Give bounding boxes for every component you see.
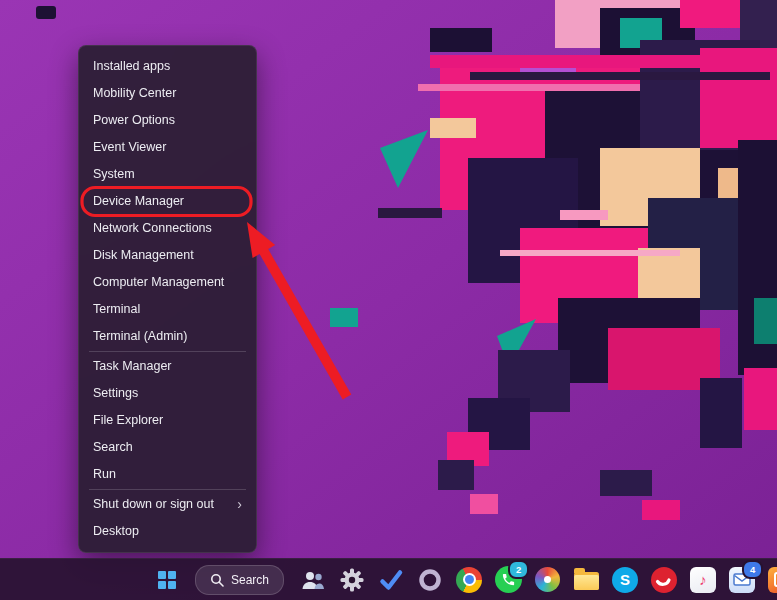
menu-item-run[interactable]: Run	[79, 461, 256, 488]
office-app-button[interactable]	[764, 563, 777, 597]
red-swirl-icon	[651, 567, 677, 593]
menu-item-label: Terminal (Admin)	[93, 323, 187, 350]
menu-item-system[interactable]: System	[79, 161, 256, 188]
chrome-icon	[456, 567, 482, 593]
windows-logo-icon	[158, 571, 176, 589]
menu-item-label: Mobility Center	[93, 80, 176, 107]
menu-item-device-manager[interactable]: Device Manager	[79, 188, 256, 215]
office-icon	[768, 567, 777, 593]
power-user-menu: Installed apps Mobility Center Power Opt…	[78, 45, 257, 553]
menu-item-shut-down-or-sign-out[interactable]: Shut down or sign out ›	[79, 491, 256, 518]
menu-item-label: Device Manager	[93, 188, 184, 215]
music-app-button[interactable]: ♪	[686, 563, 720, 597]
menu-item-label: File Explorer	[93, 407, 163, 434]
ring-icon	[417, 567, 443, 593]
menu-item-label: Task Manager	[93, 353, 172, 380]
menu-item-computer-management[interactable]: Computer Management	[79, 269, 256, 296]
menu-item-settings[interactable]: Settings	[79, 380, 256, 407]
menu-separator	[89, 489, 246, 490]
skype-icon: S	[612, 567, 638, 593]
music-note-icon: ♪	[690, 567, 716, 593]
menu-item-desktop[interactable]: Desktop	[79, 518, 256, 545]
people-app-button[interactable]	[296, 563, 330, 597]
menu-item-search[interactable]: Search	[79, 434, 256, 461]
menu-item-label: System	[93, 161, 135, 188]
menu-item-terminal-admin[interactable]: Terminal (Admin)	[79, 323, 256, 350]
settings-app-button[interactable]	[335, 563, 369, 597]
menu-item-label: Computer Management	[93, 269, 224, 296]
menu-item-mobility-center[interactable]: Mobility Center	[79, 80, 256, 107]
menu-item-network-connections[interactable]: Network Connections	[79, 215, 256, 242]
menu-item-label: Event Viewer	[93, 134, 166, 161]
menu-item-label: Search	[93, 434, 133, 461]
check-icon	[378, 567, 404, 593]
menu-item-terminal[interactable]: Terminal	[79, 296, 256, 323]
media-app-button[interactable]	[647, 563, 681, 597]
menu-item-event-viewer[interactable]: Event Viewer	[79, 134, 256, 161]
chrome-app-button[interactable]	[452, 563, 486, 597]
menu-item-disk-management[interactable]: Disk Management	[79, 242, 256, 269]
menu-item-installed-apps[interactable]: Installed apps	[79, 53, 256, 80]
search-button[interactable]: Search	[195, 565, 284, 595]
folder-icon	[574, 572, 599, 590]
menu-item-label: Run	[93, 461, 116, 488]
menu-separator	[89, 351, 246, 352]
menu-item-label: Settings	[93, 380, 138, 407]
whatsapp-app-button[interactable]: 2	[491, 563, 525, 597]
menu-item-label: Disk Management	[93, 242, 194, 269]
photos-app-button[interactable]	[530, 563, 564, 597]
menu-item-label: Installed apps	[93, 53, 170, 80]
menu-item-power-options[interactable]: Power Options	[79, 107, 256, 134]
skype-app-button[interactable]: S	[608, 563, 642, 597]
whatsapp-badge: 2	[508, 560, 529, 579]
start-button[interactable]	[150, 563, 184, 597]
file-explorer-button[interactable]	[569, 563, 603, 597]
pinwheel-icon	[535, 567, 560, 592]
menu-item-label: Power Options	[93, 107, 175, 134]
submenu-chevron-icon: ›	[237, 491, 242, 518]
ring-app-button[interactable]	[413, 563, 447, 597]
menu-item-label: Desktop	[93, 518, 139, 545]
todo-app-button[interactable]	[374, 563, 408, 597]
menu-item-task-manager[interactable]: Task Manager	[79, 353, 256, 380]
search-icon	[210, 573, 224, 587]
menu-item-label: Shut down or sign out	[93, 491, 214, 518]
mail-app-button[interactable]: 4	[725, 563, 759, 597]
menu-item-label: Network Connections	[93, 215, 212, 242]
search-label: Search	[231, 573, 269, 587]
menu-item-file-explorer[interactable]: File Explorer	[79, 407, 256, 434]
gear-icon	[339, 567, 365, 593]
people-icon	[301, 569, 325, 591]
taskbar: Search	[0, 558, 777, 600]
mail-badge: 4	[742, 560, 763, 579]
menu-item-label: Terminal	[93, 296, 140, 323]
